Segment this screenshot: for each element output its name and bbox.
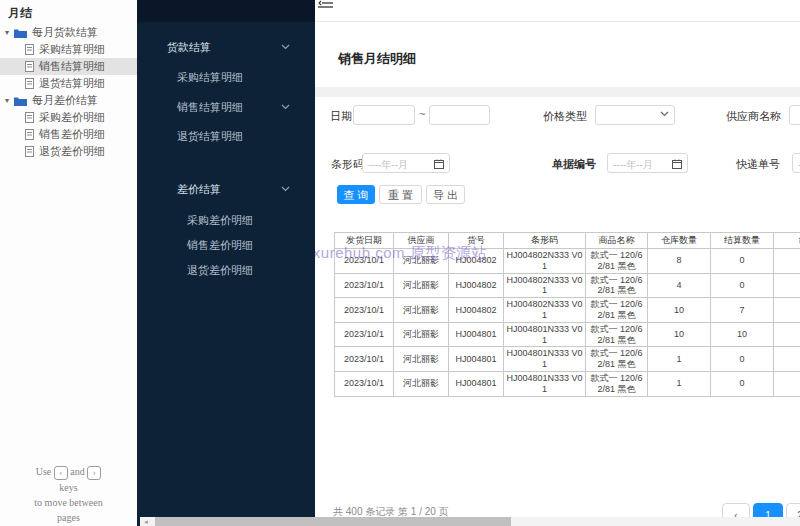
cell-product-name: 款式一 120/62/81 黑色 [586, 249, 648, 274]
query-button[interactable]: 查询 [337, 185, 375, 204]
cell-item-no: HJ004801 [449, 371, 504, 396]
cell-item-no: HJ004802 [449, 298, 504, 323]
date-range-separator: ~ [419, 108, 425, 120]
cell-supplier: 河北丽影 [394, 273, 449, 298]
sidebar-header-strip [137, 0, 315, 22]
sitemap-panel: 月结 ▾ 每月货款结算 采购结算明细 销售结算明细 退货结算明细 ▾ 每月差价结… [0, 0, 137, 526]
date-to-input[interactable] [429, 105, 490, 125]
tree-item-purchase-settle[interactable]: 采购结算明细 [0, 41, 137, 58]
cell-barcode: HJ004801N333 V01 [504, 371, 586, 396]
horizontal-scrollbar[interactable]: ◂ [140, 517, 800, 526]
tree-folder-monthly-payment[interactable]: ▾ 每月货款结算 [0, 24, 137, 41]
date-label: 日期 [330, 109, 352, 124]
tree-item-sales-settle[interactable]: 销售结算明细 [0, 58, 137, 75]
barcode-label: 条形码 [331, 157, 364, 172]
caret-down-icon[interactable]: ▾ [5, 96, 14, 105]
cell-supplier: 河北丽影 [394, 347, 449, 372]
date-to-field[interactable] [430, 108, 489, 126]
tree-folder-label: 每月货款结算 [32, 25, 98, 40]
express-no-input[interactable] [792, 153, 800, 173]
cell-item-no: HJ004801 [449, 322, 504, 347]
col-item-no: 货号 [449, 233, 504, 249]
main-content: 销售月结明细 日期 ~ 价格类型 供应商名称 条形码 单据编号 快递单号 查询 … [315, 0, 800, 526]
scrollbar-thumb[interactable] [155, 517, 511, 526]
cell-ship-date: 2023/10/1 [335, 249, 394, 274]
table-row[interactable]: 2023/10/1 河北丽影 HJ004801 HJ004801N333 V01… [335, 371, 800, 396]
page-icon [25, 112, 34, 123]
cell-barcode: HJ004802N333 V01 [504, 273, 586, 298]
top-bar [315, 0, 800, 22]
cell-barcode: HJ004802N333 V01 [504, 249, 586, 274]
nav-section-diff-settle[interactable]: 差价结算 [177, 182, 221, 197]
tree-item-label: 退货差价明细 [39, 144, 105, 159]
cell-supplier: 河北丽影 [394, 371, 449, 396]
date-from-input[interactable] [353, 105, 415, 125]
sitemap-tree: ▾ 每月货款结算 采购结算明细 销售结算明细 退货结算明细 ▾ 每月差价结算 采… [0, 24, 137, 160]
cell-ship-date: 2023/10/1 [335, 347, 394, 372]
cell-settle-qty: 0 [711, 347, 774, 372]
table-row[interactable]: 2023/10/1 河北丽影 HJ004802 HJ004802N333 V01… [335, 273, 800, 298]
cell-ship-date: 2023/10/1 [335, 322, 394, 347]
export-button[interactable]: 导出 [426, 185, 465, 204]
cell-product-name: 款式一 120/62/81 黑色 [586, 298, 648, 323]
tree-item-label: 销售差价明细 [39, 127, 105, 142]
page-icon [25, 78, 34, 89]
cell-warehouse-qty: 1 [648, 371, 711, 396]
supplier-input[interactable] [789, 105, 800, 125]
cell-warehouse-qty: 1 [648, 347, 711, 372]
tree-item-label: 采购差价明细 [39, 110, 105, 125]
tree-folder-monthly-diff[interactable]: ▾ 每月差价结算 [0, 92, 137, 109]
nav-item-purchase-settle[interactable]: 采购结算明细 [177, 70, 243, 85]
hint-text: keys [0, 480, 137, 495]
cell-ship-date: 2023/10/1 [335, 371, 394, 396]
nav-item-sales-diff[interactable]: 销售差价明细 [187, 238, 253, 253]
express-no-field[interactable] [793, 156, 800, 174]
supplier-label: 供应商名称 [726, 109, 781, 124]
cell-ship-date: 2023/10/1 [335, 273, 394, 298]
tree-item-return-diff[interactable]: 退货差价明细 [0, 143, 137, 160]
table-body: 2023/10/1 河北丽影 HJ004802 HJ004802N333 V01… [335, 249, 800, 397]
tree-item-sales-diff[interactable]: 销售差价明细 [0, 126, 137, 143]
date-from-field[interactable] [354, 108, 414, 126]
collapse-menu-icon[interactable] [318, 0, 333, 10]
nav-item-sales-settle[interactable]: 销售结算明细 [177, 100, 243, 115]
doc-no-date-input[interactable] [607, 153, 688, 173]
caret-down-icon[interactable]: ▾ [5, 28, 14, 37]
chevron-down-icon [281, 44, 290, 50]
col-ship-date: 发货日期 [335, 233, 394, 249]
cell-warehouse-qty: 4 [648, 273, 711, 298]
key-right-icon: › [87, 466, 101, 480]
sitemap-title: 月结 [8, 5, 32, 22]
scroll-left-arrow-icon[interactable]: ◂ [140, 517, 152, 526]
cell-product-name: 款式一 120/62/81 黑色 [586, 371, 648, 396]
price-type-select[interactable] [595, 105, 675, 125]
cell-product-name: 款式一 120/62/81 黑色 [586, 322, 648, 347]
page-icon [25, 44, 34, 55]
app-sidebar: 货款结算 采购结算明细 销售结算明细 退货结算明细 差价结算 采购差价明细 销售… [137, 0, 315, 526]
supplier-field[interactable] [790, 108, 800, 126]
tree-item-purchase-diff[interactable]: 采购差价明细 [0, 109, 137, 126]
table-row[interactable]: 2023/10/1 河北丽影 HJ004801 HJ004801N333 V01… [335, 322, 800, 347]
cell-product-name: 款式一 120/62/81 黑色 [586, 273, 648, 298]
calendar-icon [672, 159, 682, 169]
tree-item-return-settle[interactable]: 退货结算明细 [0, 75, 137, 92]
nav-section-payment-settle[interactable]: 货款结算 [167, 40, 211, 55]
nav-item-return-settle[interactable]: 退货结算明细 [177, 129, 243, 144]
cell-ship-date: 2023/10/1 [335, 298, 394, 323]
barcode-date-input[interactable] [362, 153, 450, 173]
table-row[interactable]: 2023/10/1 河北丽影 HJ004802 HJ004802N333 V01… [335, 249, 800, 274]
cell-settle-qty: 0 [711, 371, 774, 396]
reset-button[interactable]: 重置 [379, 185, 422, 204]
col-warehouse-qty: 仓库数量 [648, 233, 711, 249]
hint-text: Use [36, 466, 52, 477]
col-settle-amount: 结算金额 [774, 233, 800, 249]
cell-item-no: HJ004801 [449, 347, 504, 372]
table-row[interactable]: 2023/10/1 河北丽影 HJ004802 HJ004802N333 V01… [335, 298, 800, 323]
cell-supplier: 河北丽影 [394, 298, 449, 323]
nav-item-purchase-diff[interactable]: 采购差价明细 [187, 213, 253, 228]
nav-item-return-diff[interactable]: 退货差价明细 [187, 263, 253, 278]
tree-item-label: 退货结算明细 [39, 76, 105, 91]
table-row[interactable]: 2023/10/1 河北丽影 HJ004801 HJ004801N333 V01… [335, 347, 800, 372]
hint-text: and [70, 466, 84, 477]
title-bar: 销售月结明细 [315, 22, 800, 87]
